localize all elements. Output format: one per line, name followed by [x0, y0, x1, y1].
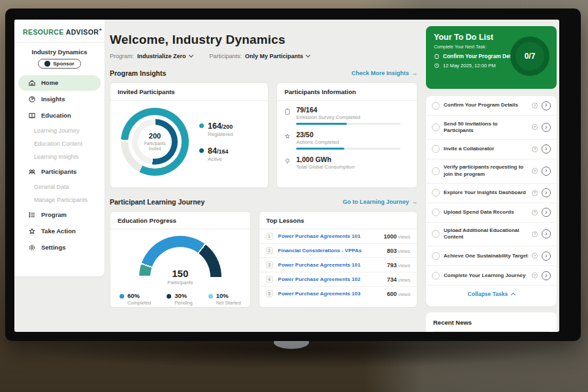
task-checkbox[interactable] — [432, 123, 440, 131]
go-to-learning-journey-link[interactable]: Go to Learning Journey — [342, 199, 417, 205]
clipboard-icon — [434, 54, 440, 59]
task-row[interactable]: Explore Your Insights Dashboard — [426, 184, 557, 203]
sidebar-item-home[interactable]: Home — [18, 75, 101, 91]
sidebar-item-insights[interactable]: Insights — [18, 91, 101, 107]
task-row[interactable]: Upload Additional Educational Content — [426, 223, 557, 247]
lesson-link[interactable]: Power Purchase Agreements 101 — [278, 233, 379, 239]
task-row[interactable]: Verify participants requesting to join t… — [426, 159, 557, 184]
gauge-center-value: 150 — [110, 268, 250, 279]
card-title: Top Lessons — [259, 212, 417, 229]
sidebar-item-program[interactable]: Program — [18, 207, 101, 223]
info-row-consumption: 1,000 GWh Total Global Consumption — [284, 155, 409, 170]
task-go-icon[interactable] — [542, 144, 551, 154]
help-icon[interactable] — [532, 103, 538, 108]
recent-news-card: Recent News — [426, 312, 557, 332]
task-checkbox[interactable] — [432, 230, 440, 238]
task-checkbox[interactable] — [432, 102, 440, 110]
task-go-icon[interactable] — [542, 167, 551, 176]
info-row-survey: 79/164 Emission Survey Completed — [284, 106, 409, 125]
help-icon[interactable] — [532, 146, 538, 152]
role-badge-wrap: Sponsor — [14, 59, 105, 69]
sidebar-item-manage-participants[interactable]: Manage Participants — [18, 193, 101, 206]
donut-center-label: Participants Invited — [138, 141, 172, 152]
app-logo: RESOURCE ADVISOR+ — [14, 20, 105, 42]
lesson-link[interactable]: Financial Considerations - VPPAs — [278, 248, 382, 253]
insights-cards: Invited Participants 200 Participants In… — [110, 82, 417, 188]
task-row[interactable]: Send 50 Invitations to Participants — [426, 116, 557, 140]
check-more-insights-link[interactable]: Check More Insights — [351, 70, 417, 76]
actions-progress-track — [296, 148, 400, 150]
program-value: Industrialize Zero — [137, 53, 186, 59]
rank-badge: 4 — [266, 276, 273, 283]
help-icon[interactable] — [532, 124, 538, 130]
org-name: Industry Dynamics — [14, 42, 105, 56]
program-list-icon — [28, 211, 36, 219]
todo-summary-card: Your To Do List Complete Your Next Task:… — [426, 26, 557, 89]
program-dropdown[interactable]: Program: Industrialize Zero — [110, 53, 193, 59]
sidebar-item-label: Insights — [41, 95, 65, 103]
donut-center-value: 200 — [149, 132, 161, 140]
card-title: Invited Participants — [110, 83, 268, 101]
sidebar-item-learning-insights[interactable]: Learning Insights — [18, 150, 101, 163]
rank-badge: 2 — [266, 247, 273, 254]
sidebar-item-label: Program — [41, 211, 67, 218]
legend-active: 84/164 Active — [199, 146, 233, 162]
task-checkbox[interactable] — [432, 145, 440, 153]
lesson-link[interactable]: Power Purchase Agreements 103 — [278, 291, 382, 297]
task-row[interactable]: Confirm Your Program Details — [426, 96, 557, 116]
task-checkbox[interactable] — [432, 252, 440, 260]
task-go-icon[interactable] — [542, 101, 551, 110]
task-go-icon[interactable] — [542, 123, 551, 132]
sidebar-nav: Home Insights Education Learning Journey… — [14, 75, 105, 255]
lesson-row: 4 Power Purchase Agreements 102 734views — [259, 272, 417, 287]
section-title: Program Insights — [110, 69, 166, 77]
sponsor-dot-icon — [44, 61, 50, 67]
collapse-tasks-link[interactable]: Collapse Tasks — [426, 286, 557, 302]
role-badge-label: Sponsor — [53, 61, 74, 67]
sidebar-item-education[interactable]: Education — [18, 108, 101, 123]
gauge-center: 150 Participants — [110, 268, 250, 286]
sidebar-item-learning-journey[interactable]: Learning Journey — [18, 124, 101, 137]
task-go-icon[interactable] — [542, 208, 551, 217]
help-icon[interactable] — [532, 231, 538, 237]
todo-progress-ring: 0/7 — [510, 37, 549, 76]
gauge-center-label: Participants — [110, 280, 250, 286]
survey-clipboard-icon — [284, 106, 291, 125]
section-title: Participant Learning Journey — [110, 198, 204, 206]
card-title: Education Progress — [110, 212, 250, 229]
donut-legend: 164/200 Registered 84/164 Active — [199, 122, 233, 162]
help-icon[interactable] — [532, 272, 538, 278]
task-go-icon[interactable] — [542, 188, 551, 197]
lesson-link[interactable]: Power Purchase Agreements 102 — [278, 276, 382, 282]
lesson-link[interactable]: Power Purchase Agreements 101 — [278, 262, 382, 268]
sidebar-item-general-data[interactable]: General Data — [18, 180, 101, 193]
sidebar-item-settings[interactable]: Settings — [18, 240, 101, 255]
lesson-row: 5 Power Purchase Agreements 103 600views — [259, 287, 417, 301]
task-row[interactable]: Complete Your Learning Journey — [426, 266, 557, 286]
task-checkbox[interactable] — [432, 272, 440, 280]
logo-advisor: ADVISOR — [66, 28, 99, 36]
task-checkbox[interactable] — [432, 208, 440, 216]
help-icon[interactable] — [532, 190, 538, 196]
sidebar-item-education-content[interactable]: Education Content — [18, 137, 101, 150]
task-go-icon[interactable] — [542, 229, 551, 238]
task-row[interactable]: Upload Spend Data Records — [426, 203, 557, 223]
settings-gear-icon — [28, 244, 36, 252]
participants-label: Participants: — [210, 53, 242, 59]
sidebar: RESOURCE ADVISOR+ Industry Dynamics Spon… — [14, 20, 105, 276]
help-icon[interactable] — [532, 210, 538, 216]
lesson-row: 2 Financial Considerations - VPPAs 803vi… — [259, 244, 417, 258]
chevron-down-icon — [188, 53, 193, 57]
task-checkbox[interactable] — [432, 167, 440, 175]
task-go-icon[interactable] — [542, 252, 551, 261]
participants-dropdown[interactable]: Participants: Only My Participants — [210, 53, 310, 59]
help-icon[interactable] — [532, 168, 538, 174]
sidebar-item-participants[interactable]: Participants — [18, 164, 101, 180]
task-row[interactable]: Invite a Collaborator — [426, 140, 557, 159]
chevron-up-icon — [511, 293, 515, 297]
sidebar-item-take-action[interactable]: Take Action — [18, 223, 101, 239]
help-icon[interactable] — [532, 253, 538, 259]
task-go-icon[interactable] — [542, 271, 551, 280]
task-row[interactable]: Achieve One Sustainability Target — [426, 246, 557, 266]
task-checkbox[interactable] — [432, 189, 440, 197]
